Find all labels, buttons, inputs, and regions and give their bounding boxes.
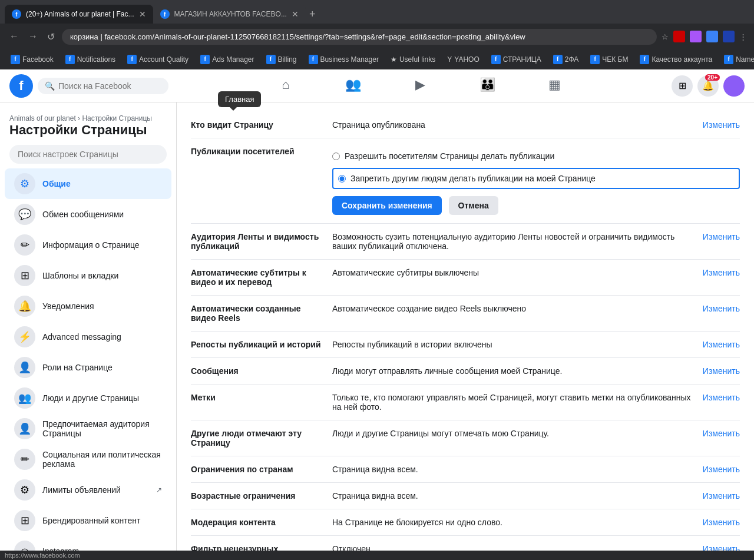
settings-edit-country-restrictions[interactable]: Изменить [703,465,740,474]
nav-groups[interactable]: 👪 [455,72,520,100]
bookmark-2fa[interactable]: f 2ФА [548,54,584,65]
fb-logo[interactable]: f [9,74,33,98]
notifications-button[interactable]: 🔔 20+ [697,75,719,97]
forward-button[interactable]: → [26,29,40,44]
bookmark-yahoo[interactable]: Y YAHOO [442,54,484,65]
settings-label-auto-subtitles: Автоматические субтитры к видео и их пер… [191,268,332,287]
new-tab-button[interactable]: + [309,8,316,21]
radio-option-deny[interactable]: Запретить другим людям делать публикации… [332,168,740,189]
sidebar-item-social-political[interactable]: ✏ Социальная или политическая реклама [5,444,171,475]
address-input[interactable] [62,29,657,45]
sidebar-item-advanced-messaging[interactable]: ⚡ Advanced messaging [5,322,171,352]
nav-home[interactable]: ⌂ [253,72,318,100]
cancel-button[interactable]: Отмена [449,196,498,215]
radio-deny[interactable] [338,175,346,183]
bookmark-kachestvo-icon: f [640,55,649,64]
radio-option-allow[interactable]: Разрешить посетителям Страницы делать пу… [332,147,740,165]
bookmark-ads-manager-label: Ads Manager [212,55,254,64]
bookmark-yahoo-icon: Y [447,55,452,64]
sidebar-item-roles[interactable]: 👤 Роли на Странице [5,352,171,383]
settings-edit-who-sees-page[interactable]: Изменить [703,120,740,130]
save-changes-button[interactable]: Сохранить изменения [332,196,442,215]
fb-header: f 🔍 ⌂ 👥 ▶ 👪 ▦ ⊞ 🔔 2 [0,69,754,102]
settings-edit-auto-reels[interactable]: Изменить [703,304,740,313]
settings-search-input[interactable] [9,145,167,164]
sidebar-search[interactable] [9,145,167,164]
settings-label-who-sees-page: Кто видит Страницу [191,120,332,130]
page-info-icon: ✏ [14,234,35,256]
settings-edit-auto-subtitles[interactable]: Изменить [703,268,740,277]
settings-content: Главная Кто видит Страницу Страница опуб… [177,102,754,560]
settings-edit-age-restrictions[interactable]: Изменить [703,491,740,501]
sidebar-item-preferred-audience[interactable]: 👤 Предпочитаемая аудитория Страницы [5,413,171,444]
extension-icon-4[interactable] [723,31,735,42]
bookmark-notifications[interactable]: f Notifications [61,54,120,65]
radio-allow[interactable] [332,153,340,160]
tab-close-2[interactable]: ✕ [292,9,299,19]
sidebar-item-general[interactable]: ⚙ Общие [5,168,171,199]
extension-icon-1[interactable] [673,31,685,42]
sidebar-item-roles-label: Роли на Странице [42,363,113,372]
sidebar-item-page-info[interactable]: ✏ Информация о Странице [5,230,171,260]
settings-edit-messages[interactable]: Изменить [703,366,740,376]
settings-value-other-tagging: Люди и другие Страницы могут отмечать мо… [332,429,698,438]
bookmark-star-icon[interactable]: ☆ [662,32,669,41]
bookmark-account-quality[interactable]: f Account Quality [123,54,193,65]
bookmark-name[interactable]: f Name [719,54,754,65]
settings-edit-content-moderation[interactable]: Изменить [703,518,740,527]
settings-edit-other-tagging[interactable]: Изменить [703,429,740,438]
settings-row-country-restrictions: Ограничения по странам Страница видна вс… [191,456,740,483]
settings-label-content-moderation: Модерация контента [191,518,332,527]
notifications-icon: 🔔 [14,296,35,317]
sidebar-item-ad-limits[interactable]: ⚙ Лимиты объявлений ↗ [5,475,171,505]
sidebar-item-branded-content[interactable]: ⊞ Брендированный контент [5,505,171,536]
fb-search-box[interactable]: 🔍 [38,78,168,94]
menu-icon[interactable]: ⋮ [739,32,747,41]
tooltip: Главная [218,102,261,107]
bookmark-stranitsa[interactable]: f СТРАНИЦА [487,54,546,65]
notification-badge: 20+ [705,74,720,81]
tab-inactive[interactable]: f МАГАЗИН АККАУНТОВ FACEBO... ✕ [153,5,306,24]
bookmark-kachestvo-label: Качество аккаунта [652,55,712,64]
settings-rows-container: Кто видит Страницу Страница опубликована… [177,102,754,560]
grid-menu-button[interactable]: ⊞ [672,75,693,97]
settings-row-visitor-posts: Публикации посетителей Разрешить посетит… [191,138,740,224]
refresh-button[interactable]: ↺ [45,29,57,45]
bookmark-kachestvo[interactable]: f Качество аккаунта [635,54,717,65]
bookmark-facebook[interactable]: f Facebook [6,54,58,65]
bookmark-ads-manager[interactable]: f Ads Manager [196,54,259,65]
extension-icon-3[interactable] [706,31,718,42]
bookmark-useful-links[interactable]: ★ Useful links [386,54,440,65]
search-input[interactable] [58,81,161,91]
sidebar-item-messaging[interactable]: 💬 Обмен сообщениями [5,199,171,230]
settings-row-who-sees-page: Кто видит Страницу Страница опубликована… [191,112,740,138]
main-layout: Animals of our planet › Настройки Страни… [0,102,754,560]
home-icon: ⌂ [282,77,289,92]
settings-edit-reposts[interactable]: Изменить [703,340,740,349]
extension-icon-2[interactable] [690,31,702,42]
address-bar-icons: ☆ ⋮ [662,31,747,42]
bookmark-chek-bm[interactable]: f ЧЕК БМ [586,54,633,65]
settings-value-auto-reels: Автоматическое создание видео Reels выкл… [332,304,698,313]
tab-close-1[interactable]: ✕ [139,9,146,19]
bookmark-business-manager-label: Business Manager [320,55,379,64]
nav-marketplace[interactable]: ▦ [522,72,587,100]
nav-video[interactable]: ▶ [388,72,452,100]
avatar[interactable] [723,75,745,97]
bookmark-billing[interactable]: f Billing [262,54,302,65]
tab-label-1: (20+) Animals of our planet | Fac... [26,10,134,18]
settings-label-tags: Метки [191,393,332,402]
sidebar-item-templates[interactable]: ⊞ Шаблоны и вкладки [5,260,171,291]
sidebar-item-people-pages[interactable]: 👥 Люди и другие Страницы [5,383,171,413]
back-button[interactable]: ← [7,29,21,44]
settings-edit-feed-audience[interactable]: Изменить [703,232,740,241]
settings-label-country-restrictions: Ограничения по странам [191,465,332,474]
bookmark-business-manager[interactable]: f Business Manager [304,54,383,65]
tab-active[interactable]: f (20+) Animals of our planet | Fac... ✕ [5,5,153,24]
settings-value-auto-subtitles: Автоматические субтитры выключены [332,268,698,277]
settings-edit-tags[interactable]: Изменить [703,393,740,402]
sidebar-item-notifications[interactable]: 🔔 Уведомления [5,291,171,322]
address-bar: ← → ↺ ☆ ⋮ [0,24,754,49]
nav-friends[interactable]: 👥 [320,72,385,100]
bookmark-notifications-icon: f [65,55,75,64]
